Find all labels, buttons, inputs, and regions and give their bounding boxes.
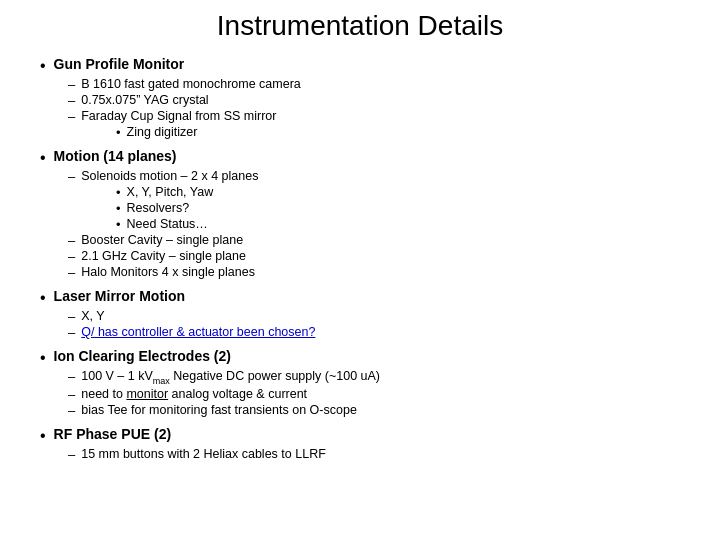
item-text: Halo Monitors 4 x single planes	[81, 265, 255, 279]
section-gun-profile: • Gun Profile Monitor – B 1610 fast gate…	[40, 56, 680, 140]
section-motion-header: • Motion (14 planes)	[40, 148, 680, 167]
section-ion-clearing-title: Ion Clearing Electrodes (2)	[54, 348, 231, 364]
dash-icon: –	[68, 233, 75, 248]
list-item: – bias Tee for monitoring fast transient…	[68, 403, 680, 418]
section-rf-phase-header: • RF Phase PUE (2)	[40, 426, 680, 445]
sub-items-gun: • Zing digitizer	[116, 125, 680, 140]
item-text-link: Q/ has controller & actuator been chosen…	[81, 325, 315, 339]
bullet-motion: •	[40, 149, 46, 167]
bullet-laser-mirror: •	[40, 289, 46, 307]
section-motion-items: – Solenoids motion – 2 x 4 planes • X, Y…	[68, 169, 680, 280]
dash-icon: –	[68, 447, 75, 462]
list-item: – 15 mm buttons with 2 Heliax cables to …	[68, 447, 680, 462]
list-item: • X, Y, Pitch, Yaw	[116, 185, 680, 200]
list-item: – Q/ has controller & actuator been chos…	[68, 325, 680, 340]
bullet-rf-phase: •	[40, 427, 46, 445]
section-laser-mirror: • Laser Mirror Motion – X, Y – Q/ has co…	[40, 288, 680, 340]
section-gun-profile-header: • Gun Profile Monitor	[40, 56, 680, 75]
list-item: – X, Y	[68, 309, 680, 324]
list-item: – Faraday Cup Signal from SS mirror	[68, 109, 680, 124]
dash-icon: –	[68, 77, 75, 92]
dash-icon: –	[68, 387, 75, 402]
item-text: Resolvers?	[127, 201, 190, 215]
list-item: – Booster Cavity – single plane	[68, 233, 680, 248]
section-laser-mirror-items: – X, Y – Q/ has controller & actuator be…	[68, 309, 680, 340]
section-gun-profile-title: Gun Profile Monitor	[54, 56, 185, 72]
dash-icon: –	[68, 403, 75, 418]
item-text: 15 mm buttons with 2 Heliax cables to LL…	[81, 447, 326, 461]
section-ion-clearing-header: • Ion Clearing Electrodes (2)	[40, 348, 680, 367]
item-text: 2.1 GHz Cavity – single plane	[81, 249, 246, 263]
item-text: 100 V – 1 kVmax Negative DC power supply…	[81, 369, 380, 386]
dash-icon: –	[68, 369, 75, 384]
item-text: 0.75x.075” YAG crystal	[81, 93, 208, 107]
dash-icon: –	[68, 265, 75, 280]
item-text: Booster Cavity – single plane	[81, 233, 243, 247]
section-rf-phase-title: RF Phase PUE (2)	[54, 426, 171, 442]
dash-icon: –	[68, 249, 75, 264]
dash-icon: –	[68, 109, 75, 124]
page-title: Instrumentation Details	[40, 10, 680, 42]
list-item: – Solenoids motion – 2 x 4 planes	[68, 169, 680, 184]
sub-bullet-icon: •	[116, 201, 121, 216]
item-text: Solenoids motion – 2 x 4 planes	[81, 169, 258, 183]
dash-icon: –	[68, 325, 75, 340]
dash-icon: –	[68, 93, 75, 108]
item-text: B 1610 fast gated monochrome camera	[81, 77, 301, 91]
list-item: – 2.1 GHz Cavity – single plane	[68, 249, 680, 264]
item-text: Faraday Cup Signal from SS mirror	[81, 109, 276, 123]
section-gun-profile-items: – B 1610 fast gated monochrome camera – …	[68, 77, 680, 140]
list-item: – Halo Monitors 4 x single planes	[68, 265, 680, 280]
section-laser-mirror-header: • Laser Mirror Motion	[40, 288, 680, 307]
item-text: X, Y	[81, 309, 104, 323]
list-item: – 0.75x.075” YAG crystal	[68, 93, 680, 108]
page: Instrumentation Details • Gun Profile Mo…	[0, 0, 720, 540]
section-motion-title: Motion (14 planes)	[54, 148, 177, 164]
list-item: • Need Status…	[116, 217, 680, 232]
section-rf-phase-items: – 15 mm buttons with 2 Heliax cables to …	[68, 447, 680, 462]
dash-icon: –	[68, 309, 75, 324]
section-rf-phase: • RF Phase PUE (2) – 15 mm buttons with …	[40, 426, 680, 462]
bullet-gun-profile: •	[40, 57, 46, 75]
list-item: – B 1610 fast gated monochrome camera	[68, 77, 680, 92]
section-motion: • Motion (14 planes) – Solenoids motion …	[40, 148, 680, 280]
list-item: – 100 V – 1 kVmax Negative DC power supp…	[68, 369, 680, 386]
section-laser-mirror-title: Laser Mirror Motion	[54, 288, 185, 304]
list-item: • Zing digitizer	[116, 125, 680, 140]
list-item: – need to monitor analog voltage & curre…	[68, 387, 680, 402]
sub-bullet-icon: •	[116, 185, 121, 200]
section-ion-clearing: • Ion Clearing Electrodes (2) – 100 V – …	[40, 348, 680, 418]
item-text: bias Tee for monitoring fast transients …	[81, 403, 357, 417]
list-item: • Resolvers?	[116, 201, 680, 216]
item-text: Zing digitizer	[127, 125, 198, 139]
item-text: need to monitor analog voltage & current	[81, 387, 307, 401]
item-text: X, Y, Pitch, Yaw	[127, 185, 214, 199]
subscript-max: max	[153, 376, 170, 386]
item-text: Need Status…	[127, 217, 208, 231]
section-ion-clearing-items: – 100 V – 1 kVmax Negative DC power supp…	[68, 369, 680, 418]
sub-items-solenoids: • X, Y, Pitch, Yaw • Resolvers? • Need S…	[116, 185, 680, 232]
bullet-ion-clearing: •	[40, 349, 46, 367]
dash-icon: –	[68, 169, 75, 184]
sub-bullet-icon: •	[116, 125, 121, 140]
sub-bullet-icon: •	[116, 217, 121, 232]
